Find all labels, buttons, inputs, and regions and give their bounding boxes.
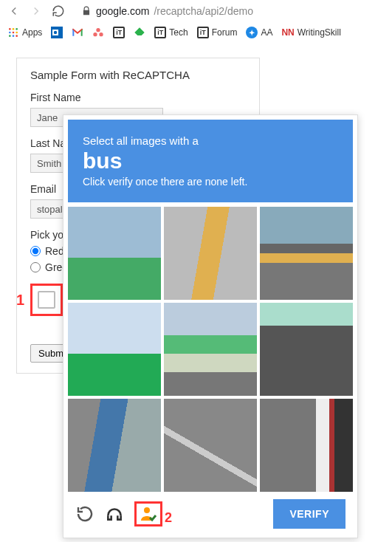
apps-label: Apps	[22, 27, 42, 38]
forward-button[interactable]	[30, 4, 43, 18]
recaptcha-anchor[interactable]: 1	[30, 284, 63, 316]
captcha-tile[interactable]	[68, 207, 161, 300]
bookmark-it-1[interactable]: iT	[113, 27, 125, 38]
bookmark-it-tech[interactable]: iT Tech	[154, 27, 188, 38]
reload-challenge-button[interactable]	[75, 504, 94, 524]
back-button[interactable]	[7, 4, 21, 18]
captcha-tile[interactable]	[260, 303, 353, 396]
first-name-label: First Name	[30, 92, 246, 103]
captcha-tile[interactable]	[164, 207, 257, 300]
annotation-2: 2	[165, 510, 172, 526]
gmail-icon	[72, 27, 83, 38]
captcha-tile[interactable]	[260, 399, 353, 492]
person-check-icon	[140, 505, 157, 523]
bookmark-outlook[interactable]	[51, 27, 63, 38]
bookmark-gmail[interactable]	[72, 27, 83, 38]
captcha-tile[interactable]	[164, 303, 257, 396]
svg-point-1	[13, 28, 15, 30]
captcha-subject: bus	[83, 148, 338, 173]
form-title: Sample Form with ReCAPTCHA	[30, 69, 246, 81]
red-label: Red	[45, 245, 64, 257]
svg-point-5	[16, 32, 18, 34]
captcha-grid	[68, 207, 353, 492]
svg-point-14	[100, 32, 103, 36]
asana-icon	[92, 27, 104, 38]
bookmark-it-forum[interactable]: iT Forum	[197, 27, 238, 38]
it-icon: iT	[197, 27, 209, 38]
outlook-icon	[51, 27, 63, 38]
bookmark-writingskill[interactable]: NN WritingSkill	[281, 27, 340, 38]
url-host: google.com	[96, 5, 149, 17]
nn-icon: NN	[281, 27, 294, 38]
tech-label: Tech	[169, 27, 188, 38]
accessibility-button[interactable]: 2	[134, 501, 162, 526]
svg-point-0	[9, 28, 11, 30]
svg-point-11	[54, 31, 57, 34]
bookmark-feedly[interactable]	[134, 27, 145, 38]
lock-icon	[81, 6, 92, 16]
radio-red[interactable]	[30, 246, 41, 256]
svg-point-2	[16, 28, 18, 30]
it-icon: iT	[113, 27, 125, 38]
aa-label: AA	[261, 27, 272, 38]
recaptcha-challenge: Select all images with a bus Click verif…	[63, 114, 358, 538]
bookmarks-bar: Apps iT iT Tech iT Forum ✦ AA NN Writing…	[0, 22, 392, 43]
feedly-icon	[134, 27, 145, 38]
verify-button[interactable]: VERIFY	[273, 499, 345, 529]
svg-point-13	[94, 32, 97, 36]
bookmark-apps[interactable]: Apps	[7, 27, 42, 38]
radio-green[interactable]	[30, 262, 41, 272]
apps-icon	[7, 27, 19, 38]
it-icon: iT	[154, 27, 166, 38]
captcha-instruction-pre: Select all images with a	[83, 134, 338, 147]
writingskill-label: WritingSkill	[298, 27, 341, 38]
forum-label: Forum	[212, 27, 238, 38]
reload-button[interactable]	[52, 4, 65, 18]
bookmark-asana[interactable]	[92, 27, 104, 38]
audio-challenge-button[interactable]	[105, 504, 124, 524]
annotation-1: 1	[16, 292, 24, 309]
url-path: /recaptcha/api2/demo	[154, 5, 253, 17]
address-bar[interactable]: google.com/recaptcha/api2/demo	[81, 5, 253, 17]
svg-point-15	[144, 507, 150, 513]
captcha-tile[interactable]	[68, 303, 161, 396]
svg-point-3	[9, 32, 11, 34]
captcha-tile[interactable]	[164, 399, 257, 492]
svg-point-12	[97, 28, 100, 32]
svg-point-7	[13, 35, 15, 37]
captcha-tile[interactable]	[260, 207, 353, 300]
bookmark-aa[interactable]: ✦ AA	[246, 27, 272, 38]
svg-point-4	[13, 32, 15, 34]
recaptcha-checkbox[interactable]	[38, 291, 55, 309]
svg-point-6	[9, 35, 11, 37]
svg-point-8	[16, 35, 18, 37]
captcha-tile[interactable]	[68, 399, 161, 492]
aa-icon: ✦	[246, 27, 258, 38]
captcha-header: Select all images with a bus Click verif…	[68, 120, 353, 202]
captcha-instruction-post: Click verify once there are none left.	[83, 176, 338, 188]
